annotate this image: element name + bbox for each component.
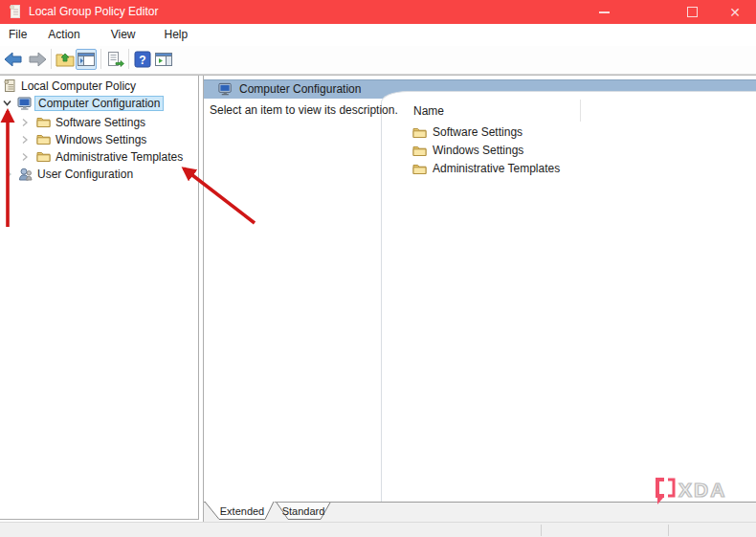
close-button[interactable]: ✕ [717,0,753,24]
xda-watermark: XDA [653,476,733,506]
export-list-button[interactable] [104,49,125,70]
help-button[interactable]: ? [132,49,153,70]
show-action-pane-button[interactable] [153,49,174,70]
tree-item-label: Local Computer Policy [21,79,136,93]
tab-standard-label[interactable]: Standard [282,505,325,517]
list-item-windows-settings[interactable]: Windows Settings [412,143,523,158]
user-icon [18,168,33,181]
toolbar-separator [100,49,101,69]
status-bar-divider [541,525,542,536]
tree-item-label: Administrative Templates [56,150,183,164]
tree-item-administrative-templates[interactable]: Administrative Templates [21,148,183,165]
watermark-text: XDA [678,479,726,501]
menu-view[interactable]: View [102,24,145,46]
chevron-down-icon[interactable] [2,98,12,108]
menu-bar: File Action View Help [0,24,756,46]
back-button[interactable] [3,49,24,70]
tree-item-windows-settings[interactable]: Windows Settings [21,131,146,147]
close-icon: ✕ [729,6,741,19]
computer-icon [218,82,233,96]
toolbar: ? [0,46,756,75]
export-list-icon [105,51,124,68]
menu-action[interactable]: Action [39,24,88,46]
help-icon: ? [134,51,151,68]
tree-item-label-selected: Computer Configuration [34,96,164,111]
tab-extended-label[interactable]: Extended [220,505,264,517]
result-pane-title: Computer Configuration [239,79,361,99]
folder-icon [412,163,427,175]
result-pane: Computer Configuration Select an item to… [203,76,756,522]
menu-help[interactable]: Help [156,24,197,46]
back-arrow-icon [4,51,23,68]
tree-item-user-configuration[interactable]: User Configuration [5,166,133,182]
chevron-right-icon[interactable] [21,135,29,145]
show-console-tree-button[interactable] [76,49,97,70]
list-item-label: Administrative Templates [433,162,560,175]
folder-icon [36,116,51,128]
folder-icon [412,145,427,157]
console-tree-pane: Local Computer Policy Computer Configura… [0,76,199,520]
folder-icon [412,126,427,139]
column-divider[interactable] [580,100,581,122]
forward-button[interactable] [27,49,48,70]
window-title: Local Group Policy Editor [29,0,158,24]
chevron-right-icon[interactable] [21,152,29,162]
tree-item-local-computer-policy[interactable]: Local Computer Policy [3,78,136,94]
toolbar-separator [51,49,52,69]
tree-item-label: User Configuration [37,168,133,181]
watermark-bracket-left [657,480,664,496]
chevron-right-icon[interactable] [5,169,12,179]
watermark-bracket-right [668,480,674,496]
computer-icon [17,97,33,110]
maximize-button[interactable] [674,0,710,24]
title-bar: Local Group Policy Editor ✕ [0,0,756,25]
maximize-icon [687,7,698,17]
list-item-software-settings[interactable]: Software Settings [412,124,523,140]
action-pane-icon [154,51,173,68]
list-item-administrative-templates[interactable]: Administrative Templates [412,161,560,176]
tree-item-label: Windows Settings [56,133,146,146]
name-column-header[interactable]: Name [413,104,444,118]
watermark-bubble-tail [657,497,663,504]
folder-icon [36,133,51,145]
minimize-button[interactable] [586,0,622,24]
forward-arrow-icon [28,51,47,68]
chevron-right-icon[interactable] [21,118,29,127]
tree-item-software-settings[interactable]: Software Settings [21,114,145,130]
help-glyph: ? [139,54,145,67]
menu-file[interactable]: File [0,24,35,46]
status-bar [0,522,756,537]
minimize-icon [599,11,610,13]
policy-scroll-icon [3,78,16,93]
status-bar-divider [668,525,669,536]
up-one-level-button[interactable] [55,49,76,70]
list-item-label: Software Settings [433,125,523,139]
gpedit-scroll-icon [8,4,22,20]
up-folder-icon [56,51,75,68]
tree-item-label: Software Settings [56,116,145,129]
folder-icon [36,150,51,163]
local-group-policy-editor-window: Local Group Policy Editor ✕ File Action … [0,0,756,537]
description-text: Select an item to view its description. [210,103,398,117]
tree-item-computer-configuration[interactable]: Computer Configuration [2,95,164,111]
toolbar-separator [128,49,129,69]
list-item-label: Windows Settings [433,144,523,157]
console-tree-icon [77,51,96,68]
